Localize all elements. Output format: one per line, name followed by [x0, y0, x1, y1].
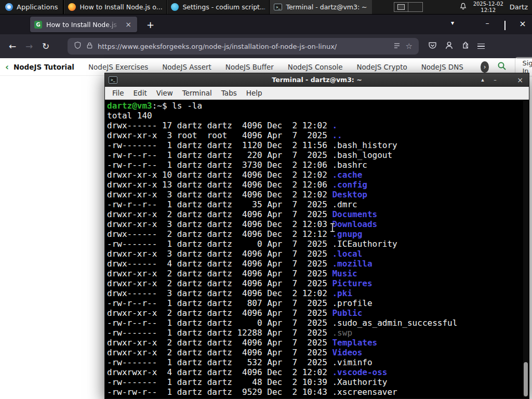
url-text: https://www.geeksforgeeks.org/node-js/in…: [98, 43, 389, 50]
pocket-icon[interactable]: [428, 41, 437, 52]
terminal-output-line: drwxr-xr-x 2 dartz dartz 4096 Apr 7 2025…: [107, 348, 529, 357]
reader-mode-icon[interactable]: [393, 42, 401, 51]
terminal-viewport[interactable]: dartz@vm3:~$ ls -la total 140 drwx------…: [105, 100, 529, 398]
prompt-user-host: dartz@vm3: [107, 101, 152, 111]
gfg-nav-console[interactable]: NodeJS Console: [288, 63, 343, 71]
browser-tab[interactable]: G How to Install Node.js on ×: [30, 17, 137, 32]
file-metadata: -rw-r--r-- 1 dartz dartz 807 Apr 7 2025: [107, 298, 332, 308]
file-name: .xscreensaver: [332, 387, 397, 397]
terminal-icon: >_: [274, 4, 282, 10]
tab-title: How to Install Node.js on: [46, 21, 119, 29]
terminal-output-line: drwxr-xr-x 3 dartz dartz 4096 Apr 7 2025…: [107, 249, 529, 259]
terminal-output-line: -rw------- 1 dartz dartz 48 Dec 2 10:39 …: [107, 377, 529, 387]
forward-button[interactable]: →: [21, 38, 37, 55]
nav-scroll-left-icon[interactable]: ‹: [5, 62, 9, 72]
terminal-output-line: drwxr-xr-x 2 dartz dartz 4096 Apr 7 2025…: [107, 308, 529, 318]
file-name: .Xauthority: [332, 377, 387, 387]
applications-menu-icon: [5, 3, 13, 11]
gfg-nav-exercises[interactable]: NodeJS Exercises: [88, 63, 148, 71]
file-metadata: -rw-r--r-- 1 dartz dartz 3730 Dec 2 12:0…: [107, 160, 332, 170]
browser-maximize-button[interactable]: [499, 21, 511, 30]
bookmark-star-icon[interactable]: ☆: [406, 42, 413, 51]
terminal-close-button[interactable]: ×: [515, 75, 525, 85]
terminal-shade-button[interactable]: ▴: [477, 75, 488, 85]
gfg-search-icon[interactable]: [497, 61, 507, 72]
file-metadata: -rw------- 1 dartz dartz 1120 Dec 2 11:5…: [107, 140, 332, 150]
clock[interactable]: 2025-12-02 12:12: [473, 1, 503, 13]
terminal-output-line: -rw-r--r-- 1 dartz dartz 3730 Dec 2 12:0…: [107, 160, 529, 170]
terminal-minimize-button[interactable]: –: [490, 75, 500, 85]
terminal-window-controls: ▴ – ×: [477, 75, 525, 85]
file-metadata: -rw-rw-r-- 1 dartz dartz 9529 Dec 2 10:4…: [107, 387, 332, 397]
file-metadata: drwxr-xr-x 2 dartz dartz 4096 Apr 7 2025: [107, 338, 332, 348]
taskbar-window-terminal[interactable]: >_ Terminal - dartz@vm3: ~: [269, 0, 372, 14]
file-metadata: drwxr-xr-x 2 dartz dartz 4096 Apr 7 2025: [107, 308, 332, 318]
tab-close-button[interactable]: ×: [124, 20, 133, 29]
taskbar-window-codium[interactable]: Settings - codium script...: [166, 0, 269, 14]
directory-name: .config: [332, 180, 367, 190]
back-button[interactable]: ←: [4, 38, 21, 55]
nav-scroll-right-button[interactable]: ›: [481, 61, 489, 73]
terminal-output-line: -rw-r--r-- 1 dartz dartz 807 Apr 7 2025 …: [107, 298, 529, 308]
new-tab-button[interactable]: +: [143, 19, 157, 30]
browser-close-button[interactable]: ×: [516, 19, 529, 29]
menu-terminal[interactable]: Terminal: [178, 89, 217, 97]
menu-file[interactable]: File: [108, 89, 129, 97]
terminal-titlebar[interactable]: >_ Terminal - dartz@vm3: ~ ▴ – ×: [105, 73, 529, 87]
menu-edit[interactable]: Edit: [129, 89, 152, 97]
browser-minimize-button[interactable]: –: [481, 19, 494, 27]
terminal-output-line: -rw-r--r-- 1 dartz dartz 220 Apr 7 2025 …: [107, 150, 529, 160]
directory-name: Downloads: [332, 219, 377, 229]
terminal-scrollbar[interactable]: [523, 101, 528, 397]
workspace-2[interactable]: [408, 2, 423, 12]
gfg-nav-tutorial[interactable]: NodeJS Tutorial: [14, 63, 74, 71]
notification-bell-icon[interactable]: [459, 2, 467, 12]
account-icon[interactable]: [445, 41, 454, 52]
file-name: .swp: [332, 328, 352, 338]
applications-menu-button[interactable]: Applications: [0, 0, 63, 14]
gfg-nav-crypto[interactable]: NodeJS Crypto: [357, 63, 407, 71]
file-metadata: drwxr-xr-x 2 dartz dartz 4096 Apr 7 2025: [107, 278, 332, 288]
terminal-window: >_ Terminal - dartz@vm3: ~ ▴ – × File Ed…: [104, 73, 529, 399]
file-metadata: -rw-r--r-- 1 dartz dartz 0 Apr 7 2025: [107, 318, 332, 328]
workspace-switcher[interactable]: [394, 2, 423, 12]
extensions-icon[interactable]: [461, 41, 470, 51]
terminal-window-title: Terminal - dartz@vm3: ~: [105, 76, 529, 84]
taskbar-window-title: Terminal - dartz@vm3: ~: [286, 3, 367, 11]
file-name: .sudo_as_admin_successful: [332, 318, 457, 328]
reload-button[interactable]: ↻: [37, 38, 54, 55]
taskbar: Applications How to Install Node.js o...…: [0, 0, 532, 15]
file-name: .bash_logout: [332, 150, 392, 160]
menu-help[interactable]: Help: [242, 89, 267, 97]
list-all-tabs-button[interactable]: ▾: [451, 19, 454, 26]
taskbar-window-firefox[interactable]: How to Install Node.js o...: [63, 0, 166, 14]
file-name: .ICEauthority: [332, 239, 397, 249]
file-metadata: drwxr-xr-x 3 dartz dartz 4096 Dec 2 12:0…: [107, 219, 332, 229]
terminal-output-line: drwxr-xr-x 2 dartz dartz 4096 Apr 7 2025…: [107, 209, 529, 219]
lock-icon[interactable]: [86, 42, 93, 51]
terminal-output-line: drwx------ 2 dartz dartz 4096 Dec 2 12:1…: [107, 229, 529, 239]
tracking-protection-shield-icon[interactable]: [74, 41, 82, 51]
terminal-scrollbar-thumb[interactable]: [524, 362, 528, 396]
gfg-nav-assert[interactable]: NodeJS Assert: [162, 63, 211, 71]
terminal-total-line: total 140: [107, 111, 529, 121]
menu-hamburger-icon[interactable]: [477, 44, 485, 49]
taskbar-tray: 2025-12-02 12:12 Dartz: [459, 0, 532, 14]
directory-name: ..: [332, 130, 342, 140]
terminal-prompt-line: dartz@vm3:~$ ls -la: [107, 101, 529, 111]
workspace-1[interactable]: [394, 2, 408, 12]
file-metadata: drwxr-xr-x 2 dartz dartz 4096 Apr 7 2025: [107, 348, 332, 357]
directory-name: .gnupg: [332, 229, 362, 239]
terminal-output-line: -rw------- 1 dartz dartz 532 Apr 7 2025 …: [107, 357, 529, 367]
url-bar[interactable]: https://www.geeksforgeeks.org/node-js/in…: [68, 38, 419, 55]
menu-view[interactable]: View: [152, 89, 178, 97]
directory-name: Music: [332, 269, 357, 278]
maximize-icon: [504, 21, 506, 30]
terminal-output-line: drwxr-xr-x 3 root root 4096 Apr 7 2025 .…: [107, 130, 529, 140]
gfg-nav-dns[interactable]: NodeJS DNS: [421, 63, 463, 71]
file-metadata: drwxr-xr-x 3 dartz dartz 4096 Dec 2 12:0…: [107, 190, 332, 200]
gfg-nav-buffer[interactable]: NodeJS Buffer: [225, 63, 274, 71]
firefox-icon: [68, 3, 76, 11]
menu-tabs[interactable]: Tabs: [217, 89, 242, 97]
directory-name: .: [332, 121, 337, 130]
